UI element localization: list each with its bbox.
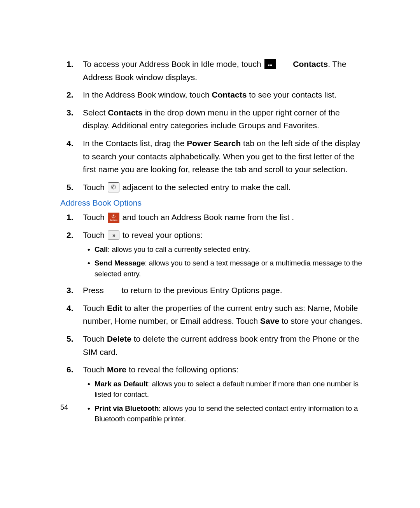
list-item: 1. Touch ✆ Contacts and touch an Address… [56, 211, 364, 224]
contacts-icon: ✆ Contacts [108, 213, 119, 223]
text: Touch [83, 365, 107, 374]
text: In the Address Book window, touch [83, 90, 212, 99]
bold-text: Edit [107, 304, 122, 312]
text: Select [83, 108, 108, 117]
item-number: 2. [66, 229, 74, 242]
list-item: 1. To access your Address Book in Idle m… [56, 58, 364, 84]
bold-text: Contacts [212, 90, 247, 99]
item-number: 3. [66, 106, 74, 119]
bold-text: Print via Bluetooth [94, 404, 159, 412]
bold-text: Contacts [293, 59, 328, 68]
list-item: 5. Touch ✆ adjacent to the selected entr… [56, 181, 364, 194]
item-number: 3. [66, 284, 74, 297]
text: Press [83, 286, 106, 295]
bold-text: Send Message [94, 259, 145, 267]
text: Touch [83, 334, 107, 343]
bold-text: Call [94, 245, 108, 253]
page-number: 54 [60, 403, 68, 412]
bold-text: Contacts [108, 108, 143, 117]
manual-page: 1. To access your Address Book in Idle m… [0, 0, 420, 424]
text: to store your changes. [279, 316, 362, 325]
double-chevron-icon: » [108, 230, 119, 240]
text: and touch an Address Book name from the … [122, 213, 294, 222]
bullet-item: Call: allows you to call a currently sel… [83, 244, 364, 255]
list-item: 6. Touch More to reveal the following op… [56, 363, 364, 424]
item-number: 6. [66, 363, 74, 376]
bullet-list: Call: allows you to call a currently sel… [83, 244, 364, 279]
ordered-list-1: 1. To access your Address Book in Idle m… [56, 58, 364, 194]
item-number: 5. [66, 332, 74, 346]
bullet-list: Mark as Default: allows you to select a … [83, 379, 364, 424]
item-number: 4. [66, 137, 74, 150]
text: In the Contacts list, drag the [83, 139, 187, 148]
call-icon: ✆ [108, 182, 119, 192]
text: adjacent to the selected entry to make t… [122, 183, 291, 192]
bullet-item: Mark as Default: allows you to select a … [83, 379, 364, 400]
text: To access your Address Book in Idle mode… [83, 59, 264, 68]
text: to reveal the following options: [126, 365, 238, 374]
list-item: 2. Touch » to reveal your options: Call:… [56, 229, 364, 279]
text: to return to the previous Entry Options … [119, 286, 282, 295]
text: to reveal your options: [122, 230, 203, 239]
item-number: 1. [66, 58, 74, 71]
ordered-list-2: 1. Touch ✆ Contacts and touch an Address… [56, 211, 364, 424]
item-number: 4. [66, 302, 74, 315]
item-number: 1. [66, 211, 74, 224]
section-heading: Address Book Options [56, 198, 364, 208]
text: Touch [83, 213, 107, 222]
list-item: 2. In the Address Book window, touch Con… [56, 88, 364, 101]
text: Touch [83, 304, 107, 312]
text: Touch [83, 183, 107, 192]
bold-text: Delete [107, 334, 131, 343]
list-item: 3. Select Contacts in the drop down menu… [56, 106, 364, 132]
item-number: 5. [66, 181, 74, 194]
bold-text: Save [260, 316, 279, 325]
bold-text: Mark as Default [94, 380, 148, 388]
list-item: 3. Press to return to the previous Entry… [56, 284, 364, 297]
list-item: 4. In the Contacts list, drag the Power … [56, 137, 364, 176]
list-item: 5. Touch Delete to delete the current ad… [56, 332, 364, 358]
bold-text: Power Search [187, 139, 241, 148]
menu-icon: Menu [264, 59, 276, 69]
item-number: 2. [66, 88, 74, 101]
bold-text: More [107, 365, 126, 374]
text: to see your contacts list. [247, 90, 336, 99]
bullet-item: Print via Bluetooth: allows you to send … [83, 403, 364, 424]
text: Touch [83, 230, 107, 239]
list-item: 4. Touch Edit to alter the properties of… [56, 302, 364, 328]
text: : allows you to call a currently selecte… [108, 245, 250, 253]
bullet-item: Send Message: allows you to send a text … [83, 258, 364, 279]
